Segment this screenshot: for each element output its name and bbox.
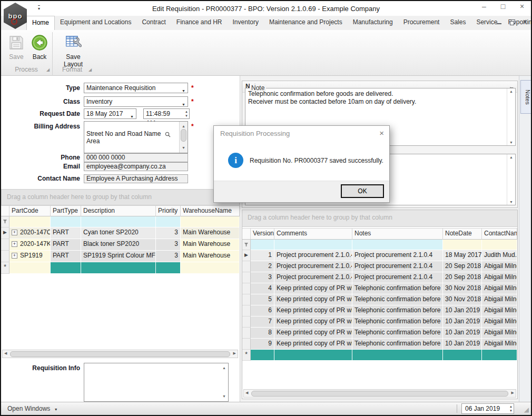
cell-contact-name[interactable]: Abigail Milne	[482, 316, 517, 328]
new-row-cell-notes[interactable]	[352, 350, 443, 361]
scroll-down-icon[interactable]: ▼	[180, 144, 188, 152]
scroll-down-icon[interactable]: ▼	[220, 393, 228, 400]
close-button[interactable]: ×	[516, 2, 528, 11]
spinner-arrows-icon[interactable]: ▲▼	[185, 110, 188, 118]
tab-sales[interactable]: Sales	[445, 16, 471, 30]
cell-contact-name[interactable]: Abigail Milne	[482, 272, 517, 283]
cell-part-code[interactable]: +2020-147K	[9, 239, 51, 251]
column-header-notedate[interactable]: NoteDate	[443, 228, 482, 240]
email-field[interactable]: employeea@company.co.za	[84, 162, 188, 171]
open-windows-dropdown[interactable]: Open Windows ▼	[7, 405, 58, 412]
cell-description[interactable]: Cyan toner SP2020	[81, 227, 156, 239]
tab-finance-and-hr[interactable]: Finance and HR	[171, 16, 228, 30]
save-layout-button[interactable]: Save Layout	[56, 33, 91, 68]
scroll-down-icon[interactable]: ▼	[507, 141, 515, 144]
cell-note-date[interactable]: 10 Jan 2019	[443, 316, 482, 328]
cell-contact-name[interactable]: Abigail Milne	[482, 283, 517, 294]
cell-contact-name[interactable]: Abigail Milne	[482, 339, 517, 350]
table-row[interactable]: 2Project procurement 2.1.0.4Project proc…	[242, 261, 517, 272]
cell-notes[interactable]: Project procurement 2.1.0.4	[352, 272, 443, 283]
filter-cell-contactname[interactable]	[482, 240, 517, 250]
cell-description[interactable]: Black toner SP2020	[81, 239, 156, 251]
scroll-up-icon[interactable]: ▲	[220, 364, 228, 372]
table-row[interactable]: 6Keep printed copy of PR wi...Telephonic…	[242, 305, 517, 316]
cell-version[interactable]: 8	[251, 328, 274, 339]
scroll-thumb[interactable]	[251, 391, 508, 397]
maximize-button[interactable]: □	[497, 2, 509, 11]
spinner-arrows-icon[interactable]: ▲▼	[509, 404, 513, 413]
cell-notes[interactable]: Telephonic confirmation before ...	[352, 305, 443, 316]
new-row-cell-version[interactable]	[251, 350, 274, 361]
cell-warehouse[interactable]: Main Warehouse	[181, 251, 240, 262]
expand-icon[interactable]: +	[12, 253, 17, 259]
cell-description[interactable]: SP1919 Sprint Colour MFC	[81, 251, 156, 262]
table-row[interactable]: +2020-147KPARTBlack toner SP20203Main Wa…	[1, 239, 240, 251]
class-dropdown[interactable]: Inventory▼	[84, 96, 188, 107]
column-header-partcode[interactable]: PartCode	[9, 205, 51, 216]
ribbon-minimize-icon[interactable]	[497, 19, 501, 24]
scroll-up-icon[interactable]: ▲	[507, 90, 515, 93]
cell-contact-name[interactable]: Abigail Milne	[482, 328, 517, 339]
cell-comments[interactable]: Keep printed copy of PR wi...	[274, 305, 352, 316]
minimize-button[interactable]: –	[478, 2, 490, 11]
scroll-thumb[interactable]	[10, 351, 230, 357]
scroll-down-icon[interactable]: ▼	[507, 200, 515, 204]
cell-version[interactable]: 7	[251, 316, 274, 328]
process-dialog-launcher-icon[interactable]: ◢	[46, 67, 50, 72]
requisition-info-field[interactable]: ▲ ▼	[84, 363, 229, 402]
cell-notes[interactable]: Project procurement 2.1.0.4	[352, 261, 443, 272]
filter-cell-comments[interactable]	[274, 240, 352, 250]
column-header-version[interactable]: Version	[251, 228, 274, 240]
table-row[interactable]: 3Project procurement 2.1.0.4Project proc…	[242, 272, 517, 283]
search-icon[interactable]	[165, 123, 171, 138]
table-row[interactable]: 8Keep printed copy of PR wi...Telephonic…	[242, 328, 517, 339]
cell-note-date[interactable]: 10 Jan 2019	[443, 339, 482, 350]
cell-version[interactable]: 1	[251, 250, 274, 261]
cell-note-date[interactable]: 20 Sep 2018	[443, 261, 482, 272]
cell-comments[interactable]: Keep printed copy of PR wi...	[274, 328, 352, 339]
cell-notes[interactable]: Telephonic confirmation before ...	[352, 339, 443, 350]
cell-version[interactable]: 3	[251, 272, 274, 283]
new-row-cell-parttype[interactable]	[51, 262, 81, 274]
filter-cell-notes[interactable]	[352, 240, 443, 250]
phone-field[interactable]: 000 000 0000	[84, 153, 188, 162]
cell-part-type[interactable]: PART	[51, 251, 81, 262]
cell-part-type[interactable]: PART	[51, 239, 81, 251]
cell-comments[interactable]: Keep printed copy of PR wi...	[274, 283, 352, 294]
scroll-up-icon[interactable]: ▲	[507, 155, 515, 159]
new-row-cell-comments[interactable]	[274, 350, 352, 361]
table-row[interactable]: 9Keep printed copy of PR wi...Telephonic…	[242, 339, 517, 350]
cell-notes[interactable]: Telephonic confirmation before ...	[352, 294, 443, 305]
scroll-right-icon[interactable]: ▶	[233, 351, 236, 355]
table-row[interactable]: ▶1Project procurement 2.1.0.4Project pro…	[242, 250, 517, 261]
column-header-description[interactable]: Description	[81, 205, 156, 216]
tab-home[interactable]: Home	[26, 16, 55, 30]
cell-comments[interactable]: Keep printed copy of PR wi...	[274, 294, 352, 305]
cell-version[interactable]: 9	[251, 339, 274, 350]
cell-part-code[interactable]: +2020-147C	[9, 227, 51, 239]
expand-icon[interactable]: +	[12, 230, 17, 235]
column-header-comments[interactable]: Comments	[274, 228, 352, 240]
cell-version[interactable]: 5	[251, 294, 274, 305]
contact-name-field[interactable]: Employee A Purchasing Address	[84, 174, 188, 183]
back-button[interactable]: Back	[25, 33, 54, 61]
column-header-priority[interactable]: Priority	[156, 205, 181, 216]
cell-notes[interactable]: Telephonic confirmation before ...	[352, 316, 443, 328]
dialog-close-icon[interactable]: ×	[379, 128, 384, 137]
filter-cell-notedate[interactable]	[443, 240, 482, 250]
scroll-left-icon[interactable]: ◀	[245, 391, 248, 395]
cell-part-type[interactable]: PART	[51, 227, 81, 239]
scroll-left-icon[interactable]: ◀	[4, 351, 7, 355]
ribbon-close-icon[interactable]: x	[523, 19, 527, 24]
cell-note-date[interactable]: 18 May 2017	[443, 250, 482, 261]
cell-note-date[interactable]: 10 Jan 2019	[443, 305, 482, 316]
left-grid-group-by-panel[interactable]: Drag a column header here to group by th…	[1, 189, 240, 205]
billing-address-field[interactable]: Street No and Road Name Area ▲ ▼	[84, 121, 188, 153]
cell-part-code[interactable]: +SP1919	[9, 251, 51, 262]
table-row[interactable]: 5Keep printed copy of PR wi...Telephonic…	[242, 294, 517, 305]
cell-contact-name[interactable]: Abigail Milne	[482, 294, 517, 305]
requisition-info-scrollbar[interactable]: ▲ ▼	[220, 363, 228, 401]
table-row[interactable]: 7Keep printed copy of PR wi...Telephonic…	[242, 316, 517, 328]
cell-note-date[interactable]: 30 Nov 2018	[443, 294, 482, 305]
cell-priority[interactable]: 3	[156, 251, 181, 262]
